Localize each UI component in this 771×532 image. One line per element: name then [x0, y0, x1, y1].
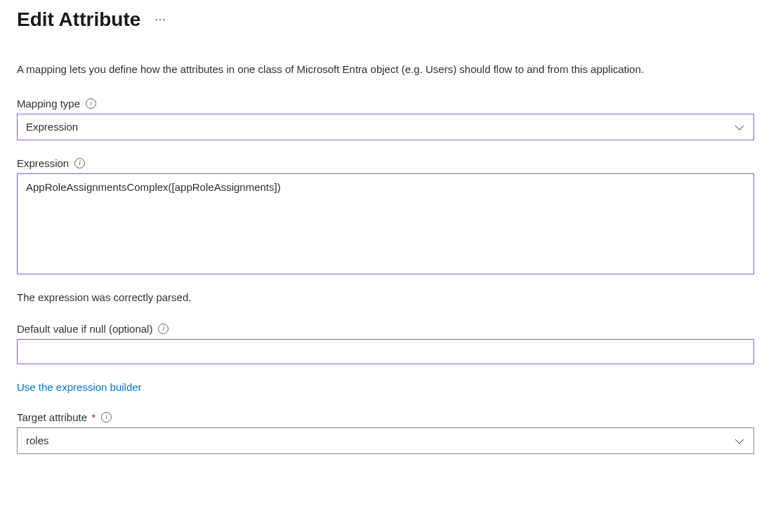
expression-builder-link[interactable]: Use the expression builder	[17, 381, 142, 393]
mapping-type-label: Mapping type	[17, 98, 80, 109]
target-attribute-select[interactable]: roles	[17, 427, 754, 454]
mapping-type-value: Expression	[26, 121, 78, 133]
mapping-type-select[interactable]: Expression	[17, 114, 754, 140]
info-icon[interactable]: i	[101, 412, 112, 423]
target-attribute-field: Target attribute * i roles	[17, 411, 754, 454]
expression-label: Expression	[17, 157, 69, 169]
more-actions-button[interactable]: ···	[152, 11, 169, 28]
target-attribute-label: Target attribute *	[17, 411, 95, 423]
info-icon[interactable]: i	[86, 98, 96, 109]
default-value-field: Default value if null (optional) i	[17, 323, 754, 364]
required-indicator: *	[88, 411, 95, 423]
info-icon[interactable]: i	[74, 158, 85, 168]
default-value-input[interactable]	[17, 339, 754, 364]
expression-field: Expression i	[17, 157, 754, 277]
expression-textarea[interactable]	[17, 173, 754, 274]
expression-status: The expression was correctly parsed.	[17, 291, 754, 303]
target-attribute-value: roles	[26, 434, 49, 446]
info-icon[interactable]: i	[158, 324, 169, 334]
page-description: A mapping lets you define how the attrib…	[17, 62, 754, 78]
page-title: Edit Attribute	[17, 8, 140, 31]
default-value-label: Default value if null (optional)	[17, 323, 152, 335]
ellipsis-icon: ···	[154, 13, 166, 25]
mapping-type-field: Mapping type i Expression	[17, 98, 754, 140]
